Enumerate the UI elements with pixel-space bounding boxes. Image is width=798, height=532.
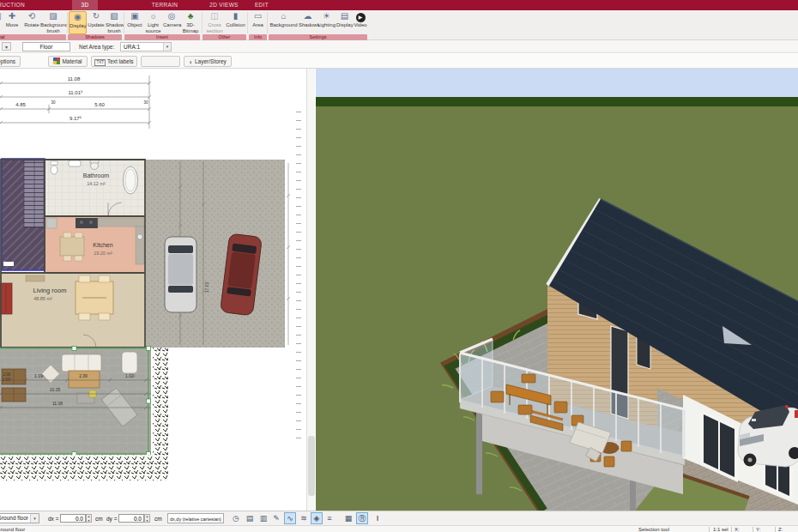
dim-1035: 10.35 xyxy=(50,387,61,392)
move-label: Move xyxy=(2,21,22,28)
2d-display-button[interactable] xyxy=(141,56,180,67)
ribbon-button-move[interactable]: ✚ Move xyxy=(2,11,22,34)
shadow-brush-icon: ▧ xyxy=(106,11,123,21)
ribbon-group-other: Other xyxy=(203,34,246,40)
ribbon-button-3d-bitmap[interactable]: ♣ 3D-Bitmap xyxy=(181,11,200,34)
ribbon-button-rotate[interactable]: ⟲ Rotate xyxy=(23,11,40,34)
tab-edit[interactable]: EDIT xyxy=(247,0,276,10)
layer-storey-label: Layer/Storey xyxy=(195,58,227,64)
wave-icon[interactable]: ≋ xyxy=(298,512,310,524)
dim-1108b: 11.08 xyxy=(52,401,63,406)
background-brush-icon: ▨ xyxy=(40,11,66,21)
diamond-snap-icon[interactable]: ◈ xyxy=(311,512,323,524)
ribbon-button-shadow-brush[interactable]: ▧ Shadow brush xyxy=(106,11,123,34)
area-label: Area xyxy=(250,21,266,28)
application-window: CONSTRUCTION 3D TERRAIN 2D VIEWS EDIT ◧ … xyxy=(0,0,798,532)
room-bathroom[interactable] xyxy=(45,160,144,216)
plan-vertical-scrollbar[interactable] xyxy=(306,69,315,511)
status-separator xyxy=(731,527,732,532)
dim-1101: 11.01⁵ xyxy=(68,90,83,95)
floor-dropdown-arrow[interactable]: ▾ xyxy=(2,42,11,51)
spinner-down-icon[interactable]: ▼ xyxy=(87,519,91,523)
ribbon-button-display-settings[interactable]: ▤ Display xyxy=(336,11,353,34)
grid-icon[interactable]: ▦ xyxy=(342,512,354,524)
dy-label: dy = xyxy=(106,516,117,522)
cross-section-icon: ◫ xyxy=(204,11,225,21)
ribbon-button-area[interactable]: ▭ Area xyxy=(250,11,266,34)
tab-terrain[interactable]: TERRAIN xyxy=(146,0,184,10)
background-label: Background xyxy=(269,21,298,28)
options-button[interactable]: Options xyxy=(0,56,21,67)
ribbon-button-light-source[interactable]: ☼ Light source xyxy=(144,11,162,34)
bottom-toolbar: Ground floor ▾ dx = ▲ ▼ cm dy = ▲ ▼ cm d… xyxy=(0,511,798,525)
rotate-label: Rotate xyxy=(23,21,40,28)
dy-input[interactable] xyxy=(118,514,144,523)
driveway-plan[interactable]: 17.03 xyxy=(146,160,290,348)
ribbon-button-shadows[interactable]: ☁ Shadows xyxy=(299,11,317,34)
list-icon[interactable]: ≡ xyxy=(323,512,336,524)
coordinate-mode-select[interactable]: dx,dy (relative cartesian) xyxy=(167,513,224,523)
play-icon: ▶ xyxy=(356,13,366,22)
tab-3d[interactable]: 3D xyxy=(72,0,98,10)
ribbon-button-lighting[interactable]: ☀ Lighting xyxy=(317,11,336,34)
ribbon-button-background-brush[interactable]: ▨ Background brush xyxy=(40,11,66,34)
ribbon-button-display[interactable]: ◉ Display xyxy=(69,11,87,34)
bathroom-area: 14.12 m² xyxy=(87,181,106,186)
scrollbar-thumb[interactable] xyxy=(308,436,315,496)
net-area-type-value: URA:1 xyxy=(124,44,140,50)
clock-icon[interactable]: ◷ xyxy=(230,512,242,524)
lighting-label: Lighting xyxy=(317,21,336,28)
tab-construction[interactable]: CONSTRUCTION xyxy=(0,0,31,10)
main-area: 11.08 11.01⁵ 4.85 30 5.60 30 9.17⁵ 17.03 xyxy=(0,69,798,511)
printer-icon[interactable]: ▥ xyxy=(257,512,269,524)
ibeam-icon[interactable]: I xyxy=(372,512,384,524)
dy-unit: cm xyxy=(154,516,162,522)
layer-storey-button[interactable]: ◐Layer/Storey xyxy=(184,56,232,67)
ribbon-button-collision[interactable]: ▮ Collision xyxy=(226,11,245,34)
video-icon: ▶ xyxy=(354,11,367,21)
floor-plan-2d[interactable]: 11.08 11.01⁵ 4.85 30 5.60 30 9.17⁵ 17.03 xyxy=(0,69,316,511)
tab-2d-views[interactable]: 2D VIEWS xyxy=(203,0,245,10)
status-storey: Ground floor xyxy=(0,527,25,532)
storey-select[interactable]: Ground floor ▾ xyxy=(0,513,39,523)
status-separator xyxy=(709,527,710,532)
snap-curve-icon[interactable]: ∿ xyxy=(284,512,296,524)
ribbon-button-cross-section-3d[interactable]: ◫ Cross section 3D xyxy=(204,11,225,34)
room-staircase-selected[interactable] xyxy=(2,159,45,270)
status-separator xyxy=(753,527,753,532)
dy-spinner[interactable]: ▲ ▼ xyxy=(144,514,150,523)
text-labels-button[interactable]: TXTText labels xyxy=(91,56,137,67)
material-button[interactable]: Material xyxy=(48,56,88,67)
terrace-plan[interactable] xyxy=(0,348,151,456)
bathroom-label: Bathroom xyxy=(83,172,110,178)
ribbon-button-object[interactable]: ▣ Object xyxy=(126,11,143,34)
dx-spinner[interactable]: ▲ ▼ xyxy=(86,514,92,523)
car-silver-plan[interactable] xyxy=(165,237,196,312)
ribbon-button-video[interactable]: ▶ Video xyxy=(354,11,367,34)
ribbon-button-update[interactable]: ↻ Update xyxy=(88,11,105,34)
room-living[interactable] xyxy=(0,273,144,348)
area-icon: ▭ xyxy=(250,11,266,21)
status-z: Z: xyxy=(778,527,783,532)
paint-icon[interactable]: ✎ xyxy=(270,512,282,524)
ribbon-button-camera[interactable]: ◎ Camera xyxy=(163,11,180,34)
view-3d[interactable] xyxy=(316,69,798,511)
spinner-down-icon[interactable]: ▼ xyxy=(145,519,149,523)
hedge-bottom-plan[interactable] xyxy=(0,455,168,481)
ribbon-group-shadows: Shadows xyxy=(68,34,122,40)
video-label: Video xyxy=(354,21,367,28)
plan-ruler-ticks xyxy=(296,112,301,446)
living-room-area: 48.85 m² xyxy=(33,296,52,301)
dx-input[interactable] xyxy=(60,514,86,523)
txt-icon: TXT xyxy=(94,59,106,66)
dim-119: 1.19⁵ xyxy=(34,373,45,378)
text-labels-label: Text labels xyxy=(107,58,134,64)
screen-icon[interactable]: ▤ xyxy=(244,512,256,524)
floor-bar: ▾ Floor Net Area type: URA:1 ▾ xyxy=(0,40,798,53)
rotation-mode-icon[interactable]: Ⓡ xyxy=(356,512,368,524)
camera-label: Camera xyxy=(163,21,180,28)
floor-field[interactable]: Floor xyxy=(22,42,70,51)
ribbon-button-background[interactable]: ⌂ Background xyxy=(269,11,298,34)
move-icon: ✚ xyxy=(2,11,22,21)
net-area-type-select[interactable]: URA:1 ▾ xyxy=(120,42,172,51)
